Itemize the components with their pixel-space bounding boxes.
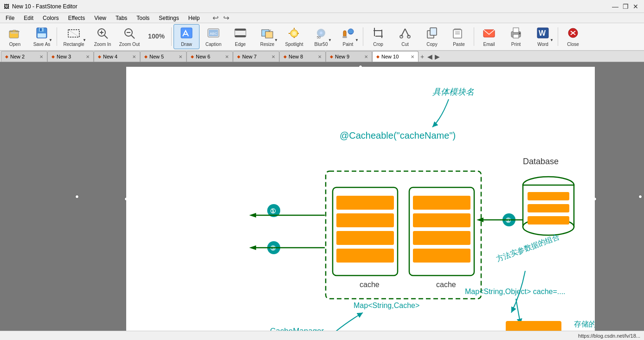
svg-line-14 bbox=[131, 35, 135, 38]
minimize-button[interactable]: — bbox=[611, 2, 620, 11]
edge-icon bbox=[234, 27, 247, 41]
menu-help[interactable]: Help bbox=[185, 14, 204, 22]
blur50-button[interactable]: 50 Blur50 ▼ bbox=[308, 24, 334, 49]
tab-nav-prev[interactable]: + bbox=[419, 51, 426, 62]
paste-button[interactable]: Paste bbox=[446, 24, 472, 49]
svg-rect-79 bbox=[336, 249, 394, 263]
close-button[interactable]: ✕ bbox=[631, 2, 640, 11]
menu-view[interactable]: View bbox=[90, 14, 110, 22]
zoom-in-button[interactable]: Zoom In bbox=[90, 24, 116, 49]
close-tool-button[interactable]: Close bbox=[560, 24, 586, 49]
svg-rect-52 bbox=[455, 32, 460, 32]
print-icon bbox=[509, 27, 522, 41]
tab-new3-close[interactable]: ✕ bbox=[86, 54, 90, 59]
cut-label: Cut bbox=[401, 42, 409, 47]
tab-new6-diamond: ◆ bbox=[191, 54, 194, 59]
save-as-button[interactable]: Save As ▼ bbox=[29, 24, 55, 49]
blur50-icon: 50 bbox=[315, 27, 328, 41]
rectangle-button[interactable]: Rectangle ▼ bbox=[59, 24, 89, 49]
spotlight-label: Spotlight bbox=[285, 42, 303, 47]
svg-text:Map<String,Cache>: Map<String,Cache> bbox=[354, 302, 419, 309]
tab-new2-close[interactable]: ✕ bbox=[39, 54, 43, 59]
menu-settings[interactable]: Settings bbox=[155, 14, 182, 22]
tab-nav-left[interactable]: ◀ bbox=[426, 51, 433, 62]
tab-new9-close[interactable]: ✕ bbox=[364, 54, 368, 59]
sep1 bbox=[57, 27, 57, 46]
tab-new10[interactable]: ◆ New 10 ✕ bbox=[372, 51, 419, 62]
svg-text:具体模块名: 具体模块名 bbox=[432, 87, 474, 96]
paint-button[interactable]: Paint ▼ bbox=[335, 24, 361, 49]
tab-new4-close[interactable]: ✕ bbox=[132, 54, 136, 59]
svg-point-35 bbox=[320, 32, 322, 34]
menu-tabs[interactable]: Tabs bbox=[112, 14, 131, 22]
menu-effects[interactable]: Effects bbox=[64, 14, 89, 22]
caption-button[interactable]: ABC Caption bbox=[200, 24, 226, 49]
svg-rect-73 bbox=[528, 216, 569, 225]
tab-new6[interactable]: ◆ New 6 ✕ bbox=[187, 51, 233, 62]
menu-colors[interactable]: Colors bbox=[39, 14, 63, 22]
edge-label: Edge bbox=[235, 42, 245, 47]
open-button[interactable]: Open bbox=[2, 24, 28, 49]
tab-navigation[interactable]: + ◀ ▶ bbox=[419, 51, 441, 62]
tab-new2[interactable]: ◆ New 2 ✕ bbox=[1, 51, 47, 62]
svg-rect-77 bbox=[336, 213, 394, 227]
diagram: 具体模块名 @Cacheable("cacheName") Database bbox=[126, 67, 595, 331]
svg-rect-38 bbox=[342, 36, 347, 38]
cut-button[interactable]: Cut bbox=[392, 24, 418, 49]
tab-new3-label: New 3 bbox=[57, 54, 71, 59]
menu-bar: File Edit Colors Effects View Tabs Tools… bbox=[0, 13, 644, 23]
spotlight-icon bbox=[288, 27, 301, 41]
cut-icon bbox=[399, 27, 412, 41]
tab-new10-close[interactable]: ✕ bbox=[411, 54, 414, 59]
handle-left[interactable] bbox=[75, 195, 79, 199]
redo-button[interactable]: ↪ bbox=[221, 13, 231, 23]
caption-label: Caption bbox=[206, 42, 221, 47]
word-button[interactable]: W Word ▼ bbox=[530, 24, 556, 49]
email-button[interactable]: Email bbox=[476, 24, 502, 49]
undo-button[interactable]: ↩ bbox=[211, 13, 220, 23]
zoom-level-button[interactable]: 100% bbox=[143, 24, 169, 49]
copy-button[interactable]: Copy bbox=[419, 24, 445, 49]
sep2 bbox=[171, 27, 172, 46]
svg-point-28 bbox=[292, 32, 296, 35]
svg-line-8 bbox=[68, 30, 79, 37]
maximize-button[interactable]: ❐ bbox=[621, 2, 630, 11]
tab-new7-close[interactable]: ✕ bbox=[271, 54, 275, 59]
tab-new9[interactable]: ◆ New 9 ✕ bbox=[326, 51, 372, 62]
tab-new6-close[interactable]: ✕ bbox=[225, 54, 229, 59]
svg-rect-71 bbox=[528, 192, 569, 200]
copy-icon bbox=[425, 27, 438, 41]
tab-new8-close[interactable]: ✕ bbox=[318, 54, 322, 59]
tab-nav-right[interactable]: ▶ bbox=[433, 51, 441, 62]
tab-new5[interactable]: ◆ New 5 ✕ bbox=[140, 51, 187, 62]
draw-button[interactable]: Draw bbox=[174, 24, 200, 49]
tab-new4[interactable]: ◆ New 4 ✕ bbox=[94, 51, 140, 62]
rect-dropdown-arrow: ▼ bbox=[83, 38, 86, 42]
tab-bar: ◆ New 2 ✕ ◆ New 3 ✕ ◆ New 4 ✕ ◆ New 5 ✕ … bbox=[0, 51, 644, 62]
menu-file[interactable]: File bbox=[2, 14, 18, 22]
svg-rect-37 bbox=[343, 31, 346, 37]
zoom-out-button[interactable]: Zoom Out bbox=[116, 24, 142, 49]
tab-new4-label: New 4 bbox=[103, 54, 117, 59]
tab-new5-close[interactable]: ✕ bbox=[179, 54, 182, 59]
print-button[interactable]: Print bbox=[503, 24, 529, 49]
window-controls[interactable]: — ❐ ✕ bbox=[611, 2, 640, 11]
tab-new8[interactable]: ◆ New 8 ✕ bbox=[279, 51, 326, 62]
svg-rect-25 bbox=[265, 32, 273, 38]
svg-rect-85 bbox=[413, 249, 470, 263]
menu-edit[interactable]: Edit bbox=[20, 14, 37, 22]
crop-button[interactable]: Crop bbox=[365, 24, 391, 49]
tab-new7[interactable]: ◆ New 7 ✕ bbox=[233, 51, 279, 62]
handle-right[interactable] bbox=[638, 195, 642, 199]
svg-rect-2 bbox=[11, 32, 18, 33]
svg-rect-83 bbox=[413, 213, 470, 227]
canvas-area: 具体模块名 @Cacheable("cacheName") Database bbox=[0, 62, 644, 331]
resize-button[interactable]: Resize ▼ bbox=[254, 24, 280, 49]
blur50-label: Blur50 bbox=[315, 42, 328, 47]
tab-new6-label: New 6 bbox=[196, 54, 210, 59]
sep3 bbox=[363, 27, 363, 46]
tab-new3[interactable]: ◆ New 3 ✕ bbox=[47, 51, 94, 62]
spotlight-button[interactable]: Spotlight bbox=[281, 24, 307, 49]
menu-tools[interactable]: Tools bbox=[133, 14, 153, 22]
edge-button[interactable]: Edge bbox=[227, 24, 253, 49]
